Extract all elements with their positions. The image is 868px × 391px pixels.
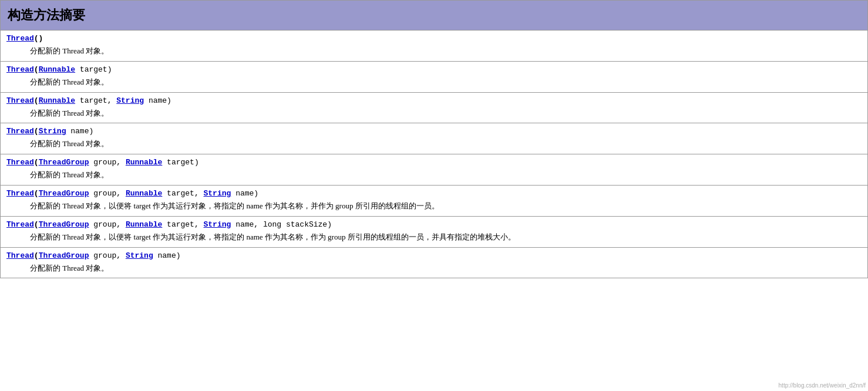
constructor-row: Thread(ThreadGroup group, Runnable targe… bbox=[1, 185, 867, 216]
constructor-description: 分配新的 Thread 对象。 bbox=[6, 138, 862, 150]
thread-link[interactable]: Thread bbox=[6, 96, 34, 105]
constructor-cell: Thread(ThreadGroup group, Runnable targe… bbox=[1, 185, 867, 216]
constructor-cell: Thread()分配新的 Thread 对象。 bbox=[1, 31, 867, 61]
constructor-signature: Thread(ThreadGroup group, String name) bbox=[6, 251, 862, 260]
section-title: 构造方法摘要 bbox=[8, 6, 860, 24]
runnable-link[interactable]: Runnable bbox=[126, 158, 162, 167]
constructor-row: Thread()分配新的 Thread 对象。 bbox=[1, 31, 867, 61]
thread-link[interactable]: Thread bbox=[6, 34, 34, 43]
runnable-link[interactable]: Runnable bbox=[126, 220, 162, 229]
thread-link[interactable]: Thread bbox=[6, 158, 34, 167]
constructor-row: Thread(ThreadGroup group, Runnable targe… bbox=[1, 154, 867, 186]
constructor-cell: Thread(ThreadGroup group, Runnable targe… bbox=[1, 154, 867, 186]
constructor-signature: Thread() bbox=[6, 34, 862, 43]
section-header: 构造方法摘要 bbox=[1, 1, 867, 31]
runnable-link[interactable]: Runnable bbox=[126, 189, 162, 198]
constructor-signature: Thread(ThreadGroup group, Runnable targe… bbox=[6, 220, 862, 229]
threadgroup-link[interactable]: ThreadGroup bbox=[39, 158, 89, 167]
constructor-signature: Thread(ThreadGroup group, Runnable targe… bbox=[6, 158, 862, 167]
constructor-description: 分配新的 Thread 对象，以便将 target 作为其运行对象，将指定的 n… bbox=[6, 200, 862, 213]
constructor-cell: Thread(Runnable target)分配新的 Thread 对象。 bbox=[1, 61, 867, 92]
constructor-description: 分配新的 Thread 对象。 bbox=[6, 107, 862, 120]
runnable-link[interactable]: Runnable bbox=[39, 96, 75, 105]
constructor-signature: Thread(ThreadGroup group, Runnable targe… bbox=[6, 189, 862, 198]
string-link[interactable]: String bbox=[204, 189, 231, 198]
constructor-signature: Thread(String name) bbox=[6, 127, 862, 136]
constructor-row: Thread(String name)分配新的 Thread 对象。 bbox=[1, 123, 867, 154]
thread-link[interactable]: Thread bbox=[6, 127, 34, 136]
constructor-cell: Thread(String name)分配新的 Thread 对象。 bbox=[1, 123, 867, 154]
constructor-description: 分配新的 Thread 对象。 bbox=[6, 76, 862, 89]
constructor-row: Thread(ThreadGroup group, String name)分配… bbox=[1, 247, 867, 278]
watermark: http://blog.csdn.net/weixin_d2nn/f bbox=[779, 382, 866, 389]
constructor-cell: Thread(ThreadGroup group, Runnable targe… bbox=[1, 216, 867, 247]
constructor-row: Thread(Runnable target)分配新的 Thread 对象。 bbox=[1, 61, 867, 92]
threadgroup-link[interactable]: ThreadGroup bbox=[39, 220, 89, 229]
constructor-row: Thread(ThreadGroup group, Runnable targe… bbox=[1, 216, 867, 247]
string-link[interactable]: String bbox=[204, 220, 231, 229]
constructor-cell: Thread(Runnable target, String name)分配新的… bbox=[1, 92, 867, 123]
constructor-description: 分配新的 Thread 对象。 bbox=[6, 169, 862, 181]
thread-link[interactable]: Thread bbox=[6, 65, 34, 74]
thread-link[interactable]: Thread bbox=[6, 189, 34, 198]
constructor-description: 分配新的 Thread 对象，以便将 target 作为其运行对象，将指定的 n… bbox=[6, 231, 862, 244]
constructor-cell: Thread(ThreadGroup group, String name)分配… bbox=[1, 247, 867, 278]
threadgroup-link[interactable]: ThreadGroup bbox=[39, 251, 89, 260]
string-link[interactable]: String bbox=[116, 96, 144, 105]
thread-link[interactable]: Thread bbox=[6, 251, 34, 260]
constructor-row: Thread(Runnable target, String name)分配新的… bbox=[1, 92, 867, 123]
constructor-description: 分配新的 Thread 对象。 bbox=[6, 45, 862, 58]
threadgroup-link[interactable]: ThreadGroup bbox=[39, 189, 89, 198]
constructor-signature: Thread(Runnable target, String name) bbox=[6, 96, 862, 105]
page-container: 构造方法摘要 Thread()分配新的 Thread 对象。Thread(Run… bbox=[0, 0, 868, 278]
runnable-link[interactable]: Runnable bbox=[39, 65, 75, 74]
constructor-table: Thread()分配新的 Thread 对象。Thread(Runnable t… bbox=[1, 31, 867, 278]
constructor-signature: Thread(Runnable target) bbox=[6, 65, 862, 74]
string-link[interactable]: String bbox=[126, 251, 153, 260]
string-link[interactable]: String bbox=[39, 127, 66, 136]
thread-link[interactable]: Thread bbox=[6, 220, 34, 229]
constructor-description: 分配新的 Thread 对象。 bbox=[6, 262, 862, 275]
